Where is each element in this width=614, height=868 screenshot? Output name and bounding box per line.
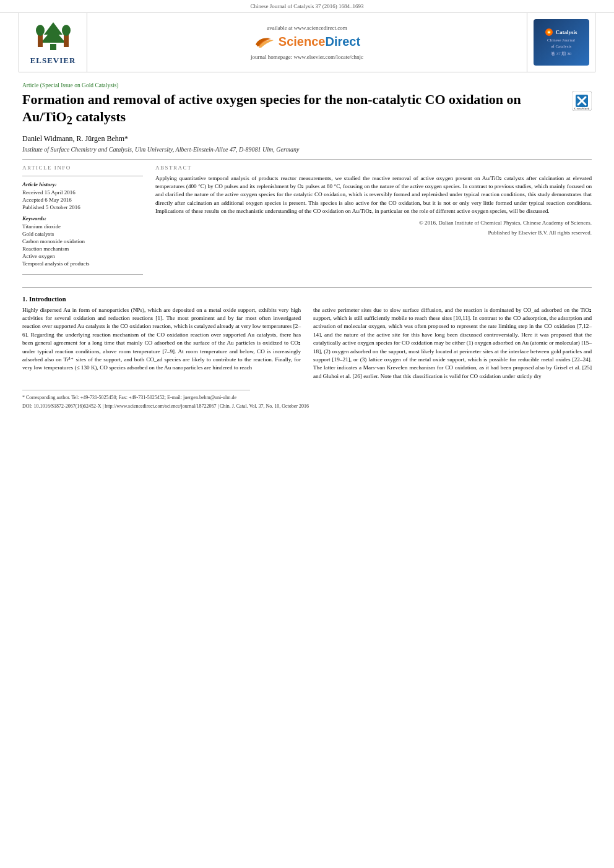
footnote-divider bbox=[22, 390, 250, 390]
abstract-text: Applying quantitative temporal analysis … bbox=[155, 174, 592, 216]
keywords-section: Keywords: Titanium dioxide Gold catalyst… bbox=[22, 215, 143, 267]
sd-bird-icon bbox=[254, 35, 276, 49]
catalysis-logo-icon bbox=[545, 28, 553, 37]
published-date: Published 5 October 2016 bbox=[22, 204, 143, 210]
keyword-5: Active oxygen bbox=[22, 253, 143, 259]
elsevier-logo-section: ELSEVIER bbox=[19, 13, 87, 72]
journal-header-line: Chinese Journal of Catalysis 37 (2016) 1… bbox=[0, 0, 614, 13]
crossmark-icon: CrossMark bbox=[572, 91, 592, 111]
available-text: available at www.sciencedirect.com bbox=[267, 25, 347, 31]
sciencedirect-brand-text: ScienceDirect bbox=[279, 35, 360, 49]
svg-marker-2 bbox=[41, 28, 66, 43]
abstract-col: ABSTRACT Applying quantitative temporal … bbox=[155, 165, 592, 280]
keyword-6: Temporal analysis of products bbox=[22, 260, 143, 267]
keyword-2: Gold catalysts bbox=[22, 231, 143, 237]
affiliation: Institute of Surface Chemistry and Catal… bbox=[22, 146, 592, 153]
catalysis-badge-section: Catalysis Chinese Journalof Catalysis 卷 … bbox=[527, 13, 595, 72]
abstract-header: ABSTRACT bbox=[155, 165, 592, 171]
article-info-col: ARTICLE INFO Article history: Received 1… bbox=[22, 165, 143, 280]
journal-homepage: journal homepage: www.elsevier.com/locat… bbox=[251, 54, 363, 60]
journal-header-bar: ELSEVIER available at www.sciencedirect.… bbox=[19, 13, 595, 72]
journal-citation: Chinese Journal of Catalysis 37 (2016) 1… bbox=[251, 3, 364, 9]
article-title: Formation and removal of active oxygen s… bbox=[22, 91, 566, 128]
catalysis-badge: Catalysis Chinese Journalof Catalysis 卷 … bbox=[534, 19, 589, 66]
article-content: Article (Special Issue on Gold Catalysis… bbox=[0, 72, 614, 422]
article-tag: Article (Special Issue on Gold Catalysis… bbox=[22, 82, 592, 88]
received-date: Received 15 April 2016 bbox=[22, 189, 143, 196]
article-body: 1. Introduction Highly dispersed Au in f… bbox=[22, 295, 592, 384]
elsevier-logo: ELSEVIER bbox=[30, 19, 76, 66]
info-divider bbox=[22, 176, 143, 176]
abstract-paragraph: Applying quantitative temporal analysis … bbox=[155, 174, 592, 216]
article-info-header: ARTICLE INFO bbox=[22, 165, 143, 171]
keyword-1: Titanium dioxide bbox=[22, 223, 143, 230]
keyword-4: Reaction mechanism bbox=[22, 246, 143, 252]
copyright-line-2: Published by Elsevier B.V. All rights re… bbox=[155, 230, 592, 236]
intro-title: 1. Introduction bbox=[22, 295, 592, 303]
keywords-label: Keywords: bbox=[22, 215, 143, 221]
intro-right-col: the active perimeter sites due to slow s… bbox=[313, 306, 592, 384]
svg-rect-0 bbox=[50, 44, 56, 50]
footnote-doi: DOI: 10.1016/S1872-2067(16)62452-X | htt… bbox=[22, 403, 592, 410]
page: Chinese Journal of Catalysis 37 (2016) 1… bbox=[0, 0, 614, 868]
svg-point-9 bbox=[548, 32, 550, 33]
article-title-row: Formation and removal of active oxygen s… bbox=[22, 91, 592, 128]
sciencedirect-logo: ScienceDirect bbox=[254, 35, 360, 49]
info-abstract-section: ARTICLE INFO Article history: Received 1… bbox=[22, 165, 592, 280]
svg-point-6 bbox=[62, 25, 71, 36]
intro-right-para: the active perimeter sites due to slow s… bbox=[313, 306, 592, 380]
svg-point-5 bbox=[36, 25, 45, 36]
elsevier-tree-icon bbox=[32, 19, 75, 53]
header-divider bbox=[22, 159, 592, 160]
authors: Daniel Widmann, R. Jürgen Behm* bbox=[22, 134, 592, 144]
copyright-line-1: © 2016, Dalian Institute of Chemical Phy… bbox=[155, 220, 592, 226]
intro-left-col: Highly dispersed Au in form of nanoparti… bbox=[22, 306, 301, 384]
sciencedirect-section: available at www.sciencedirect.com Scien… bbox=[87, 13, 527, 72]
keywords-divider bbox=[22, 274, 143, 275]
elsevier-brand-text: ELSEVIER bbox=[30, 56, 76, 66]
keyword-3: Carbon monoxide oxidation bbox=[22, 238, 143, 244]
intro-left-para: Highly dispersed Au in form of nanoparti… bbox=[22, 306, 301, 372]
section-divider bbox=[22, 287, 592, 288]
footnote-star: * Corresponding author. Tel: +49-731-502… bbox=[22, 394, 592, 401]
intro-two-col: Highly dispersed Au in form of nanoparti… bbox=[22, 306, 592, 384]
history-label: Article history: bbox=[22, 181, 143, 187]
svg-text:CrossMark: CrossMark bbox=[574, 107, 590, 110]
crossmark-badge[interactable]: CrossMark bbox=[572, 91, 592, 115]
accepted-date: Accepted 6 May 2016 bbox=[22, 197, 143, 203]
